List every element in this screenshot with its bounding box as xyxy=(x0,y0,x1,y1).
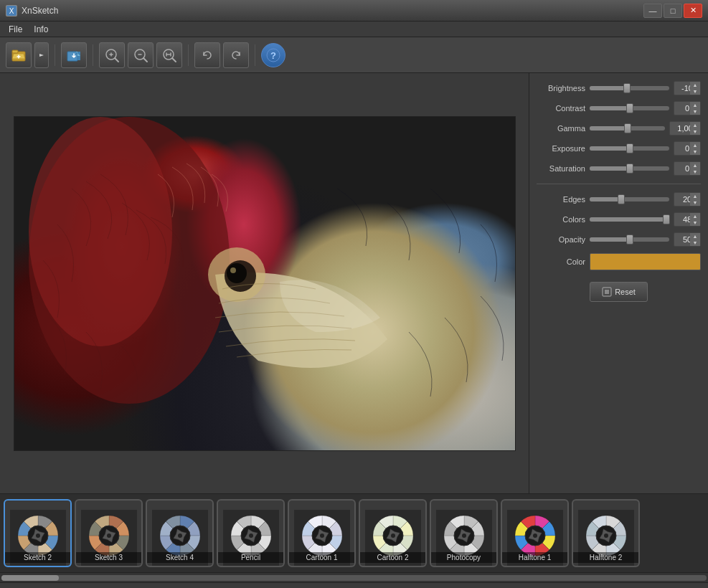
svg-point-19 xyxy=(36,534,40,538)
svg-point-15 xyxy=(230,267,236,273)
edges-value[interactable]: 20 ▲ ▼ xyxy=(674,192,701,207)
svg-point-43 xyxy=(604,534,608,538)
colors-slider[interactable] xyxy=(590,217,669,222)
svg-rect-3 xyxy=(12,50,18,53)
colors-row: Colors 48 ▲ ▼ xyxy=(537,212,701,227)
svg-text:?: ? xyxy=(270,50,276,61)
zoom-in-button[interactable] xyxy=(99,42,125,68)
window-controls: — □ ✕ xyxy=(643,4,702,18)
exposure-decrement[interactable]: ▼ xyxy=(690,148,700,155)
exposure-slider[interactable] xyxy=(590,146,669,151)
brightness-slider[interactable] xyxy=(590,86,669,90)
colors-increment[interactable]: ▲ xyxy=(690,213,700,219)
exposure-row: Exposure 0 ▲ ▼ xyxy=(537,141,701,156)
side-panel: Brightness -10 ▲ ▼ Contrast 0 xyxy=(529,73,708,493)
gamma-row: Gamma 1,00 ▲ ▼ xyxy=(537,120,701,136)
gamma-decrement[interactable]: ▼ xyxy=(690,128,700,135)
filmstrip-item-0[interactable]: Sketch 2 xyxy=(4,499,72,567)
app-icon: X xyxy=(6,5,17,16)
status-bar: photo-3.JPG [700x467] xyxy=(0,582,708,588)
scrollbar-thumb[interactable] xyxy=(1,575,59,581)
edges-row: Edges 20 ▲ ▼ xyxy=(537,191,701,207)
gamma-value[interactable]: 1,00 ▲ ▼ xyxy=(669,121,701,136)
help-button[interactable]: ? xyxy=(261,43,285,67)
filmstrip-item-6[interactable]: Photocopy xyxy=(430,499,498,567)
color-label: Color xyxy=(537,257,585,266)
filmstrip-label-7: Halftone 1 xyxy=(502,552,567,563)
filmstrip-label-3: Pencil xyxy=(218,552,283,563)
contrast-row: Contrast 0 ▲ ▼ xyxy=(537,100,701,116)
colors-decrement[interactable]: ▼ xyxy=(690,219,700,226)
brightness-value[interactable]: -10 ▲ ▼ xyxy=(674,81,701,95)
brightness-decrement[interactable]: ▼ xyxy=(690,88,700,95)
scrollbar-area xyxy=(0,572,708,582)
contrast-increment[interactable]: ▲ xyxy=(690,102,700,108)
svg-text:X: X xyxy=(9,7,14,15)
reset-icon xyxy=(602,287,612,297)
canvas-area xyxy=(0,73,529,493)
contrast-value[interactable]: 0 ▲ ▼ xyxy=(674,101,701,115)
zoom-out-button[interactable] xyxy=(128,42,154,68)
filmstrip-item-2[interactable]: Sketch 4 xyxy=(146,499,214,567)
filmstrip-item-8[interactable]: Halftone 2 xyxy=(572,499,640,567)
menu-bar: File Info xyxy=(0,22,708,37)
filmstrip-item-7[interactable]: Halftone 1 xyxy=(501,499,569,567)
open-recent-button[interactable] xyxy=(34,42,49,68)
opacity-slider[interactable] xyxy=(590,237,669,242)
exposure-increment[interactable]: ▲ xyxy=(690,142,700,148)
gamma-slider[interactable] xyxy=(590,126,665,131)
app-title: XnSketch xyxy=(22,6,643,16)
horizontal-scrollbar[interactable] xyxy=(1,575,707,581)
contrast-slider[interactable] xyxy=(590,106,669,110)
saturation-increment[interactable]: ▲ xyxy=(690,162,700,169)
filmstrip-item-4[interactable]: Cartoon 1 xyxy=(288,499,356,567)
svg-point-22 xyxy=(107,534,111,538)
edges-decrement[interactable]: ▼ xyxy=(690,199,700,206)
contrast-label: Contrast xyxy=(537,104,585,113)
minimize-button[interactable]: — xyxy=(643,4,662,18)
toolbar-separator-1 xyxy=(55,44,55,66)
opacity-row: Opacity 50 ▲ ▼ xyxy=(537,232,701,247)
maximize-button[interactable]: □ xyxy=(664,4,682,18)
filmstrip-label-2: Sketch 4 xyxy=(147,552,212,563)
zoom-fit-button[interactable] xyxy=(156,42,182,68)
contrast-decrement[interactable]: ▼ xyxy=(690,108,700,115)
edges-increment[interactable]: ▲ xyxy=(690,193,700,199)
color-swatch[interactable] xyxy=(590,253,701,270)
filmstrip-item-1[interactable]: Sketch 3 xyxy=(75,499,143,567)
svg-point-28 xyxy=(249,534,253,538)
opacity-increment[interactable]: ▲ xyxy=(690,233,700,240)
saturation-slider[interactable] xyxy=(590,166,669,171)
brightness-increment[interactable]: ▲ xyxy=(690,82,700,88)
opacity-value[interactable]: 50 ▲ ▼ xyxy=(674,232,701,247)
exposure-label: Exposure xyxy=(537,144,585,153)
saturation-decrement[interactable]: ▼ xyxy=(690,169,700,175)
opacity-decrement[interactable]: ▼ xyxy=(690,240,700,246)
export-button[interactable] xyxy=(61,42,87,68)
reset-button[interactable]: Reset xyxy=(590,282,648,302)
filmstrip-item-5[interactable]: Cartoon 2 xyxy=(359,499,427,567)
gamma-increment[interactable]: ▲ xyxy=(690,122,700,128)
edges-label: Edges xyxy=(537,195,585,204)
color-row: Color xyxy=(537,252,701,272)
filmstrip-item-3[interactable]: Pencil xyxy=(217,499,285,567)
menu-info[interactable]: Info xyxy=(28,23,54,36)
open-button[interactable] xyxy=(6,42,32,68)
toolbar: ? xyxy=(0,37,708,73)
title-bar: X XnSketch — □ ✕ xyxy=(0,0,708,22)
edges-slider[interactable] xyxy=(590,197,669,201)
reset-label: Reset xyxy=(615,288,636,296)
saturation-row: Saturation 0 ▲ ▼ xyxy=(537,161,701,176)
saturation-value[interactable]: 0 ▲ ▼ xyxy=(674,161,701,176)
svg-point-34 xyxy=(391,534,395,538)
svg-point-14 xyxy=(227,263,247,283)
exposure-value[interactable]: 0 ▲ ▼ xyxy=(674,141,701,156)
close-button[interactable]: ✕ xyxy=(684,4,702,18)
rotate-ccw-button[interactable] xyxy=(194,42,220,68)
filmstrip-label-1: Sketch 3 xyxy=(76,552,141,563)
colors-value[interactable]: 48 ▲ ▼ xyxy=(674,212,701,227)
menu-file[interactable]: File xyxy=(3,23,28,36)
opacity-label: Opacity xyxy=(537,235,585,244)
filmstrip-label-0: Sketch 2 xyxy=(5,552,70,563)
rotate-cw-button[interactable] xyxy=(223,42,249,68)
